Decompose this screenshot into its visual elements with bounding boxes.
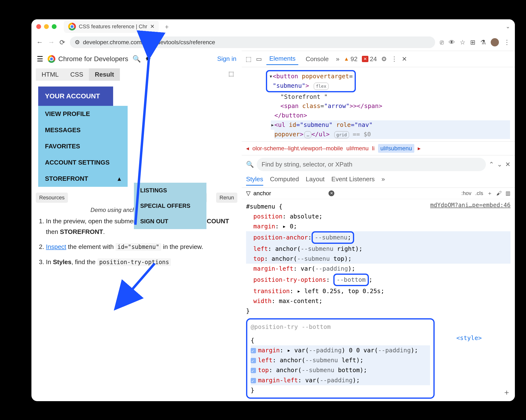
rerun-button[interactable]: Rerun (216, 193, 237, 203)
kebab-icon[interactable]: ⋮ (391, 55, 397, 63)
chevron-up-icon: ▴ (118, 175, 121, 182)
menu-list: VIEW PROFILE MESSAGES FAVORITES ACCOUNT … (38, 106, 128, 187)
tab-html[interactable]: HTML (36, 68, 65, 81)
site-header: ☰ Chrome for Developers 🔍 ✸ Sign in (31, 51, 242, 67)
tab-title: CSS features reference | Chr (79, 23, 147, 30)
dom-search-bar: 🔍 Find by string, selector, or XPath ⌃ ⌄… (242, 155, 515, 173)
warnings-badge[interactable]: ▲92 (344, 55, 357, 63)
labs-icon[interactable]: ⚗ (480, 39, 486, 46)
extensions-icon[interactable]: ⊞ (470, 39, 475, 46)
back-icon[interactable]: ← (36, 39, 43, 46)
elements-tab[interactable]: Elements (266, 53, 298, 65)
window-controls (36, 24, 57, 29)
minimize-window-icon[interactable] (44, 24, 49, 29)
chrome-icon (68, 23, 76, 30)
console-tab[interactable]: Console (303, 53, 331, 65)
more-tabs-icon[interactable]: » (381, 175, 385, 186)
breadcrumb-selected[interactable]: ul#submenu (378, 144, 415, 153)
tab-computed[interactable]: Computed (270, 175, 299, 186)
tab-layout[interactable]: Layout (306, 175, 325, 186)
paint-icon[interactable]: 🖌 (496, 190, 502, 197)
new-tab-button[interactable]: ＋ (164, 22, 170, 31)
tab-result[interactable]: Result (89, 68, 120, 81)
position-try-block[interactable]: @position-try --bottom <style> { margin:… (246, 318, 435, 399)
menu-item[interactable]: FAVORITES (38, 138, 128, 154)
search-input[interactable]: Find by string, selector, or XPath (257, 158, 486, 171)
prev-match-icon[interactable]: ⌃ (489, 161, 494, 168)
close-tab-icon[interactable]: ✕ (150, 23, 154, 30)
menu-item[interactable]: ACCOUNT SETTINGS (38, 154, 128, 171)
errors-badge[interactable]: ✕24 (362, 55, 377, 63)
highlighted-dom-node[interactable]: ▾<button popovertarget= "submenu"> flex (266, 70, 356, 92)
styles-filter-bar: ▽ ✕ :hov .cls ＋ 🖌 ▥ (242, 188, 515, 199)
grid-badge[interactable]: grid (334, 131, 349, 139)
profile-avatar[interactable] (491, 38, 499, 46)
theme-icon[interactable]: ✸ (145, 55, 151, 63)
styles-pane[interactable]: mdYdpOM?ani…pe=embed:46 #submenu { posit… (242, 199, 515, 401)
next-match-icon[interactable]: ⌄ (497, 161, 502, 168)
submenu-item[interactable]: SPECIAL OFFERS (134, 198, 206, 214)
tab-event-listeners[interactable]: Event Listeners (331, 175, 375, 186)
menu-icon[interactable]: ⋮ (504, 39, 510, 46)
site-settings-icon[interactable]: ⚙ (75, 39, 80, 46)
submenu-item[interactable]: SIGN OUT (134, 214, 206, 229)
settings-icon[interactable]: ⚙ (381, 55, 387, 63)
bottom-var-chip: --bottom (333, 274, 369, 286)
more-tabs-icon[interactable]: » (336, 55, 339, 63)
close-window-icon[interactable] (36, 24, 41, 29)
add-property-icon[interactable]: ＋ (503, 386, 511, 399)
forward-icon: → (48, 39, 55, 46)
browser-tab[interactable]: CSS features reference | Chr ✕ (64, 20, 159, 33)
close-devtools-icon[interactable]: ✕ (402, 55, 407, 63)
page-content: ☰ Chrome for Developers 🔍 ✸ Sign in HTML… (31, 51, 515, 401)
cls-toggle[interactable]: .cls (475, 190, 483, 197)
submenu-item[interactable]: LISTINGS (134, 183, 206, 198)
sign-in-link[interactable]: Sign in (217, 55, 237, 63)
checkbox-icon[interactable] (251, 368, 256, 373)
computed-toggle-icon[interactable]: ▥ (506, 190, 511, 197)
resources-button[interactable]: Resources (36, 193, 68, 203)
inspect-element-icon[interactable]: ⬚ (246, 55, 252, 63)
flex-badge[interactable]: flex (314, 83, 329, 90)
tab-styles[interactable]: Styles (246, 175, 263, 186)
inspect-link[interactable]: Inspect (46, 243, 66, 250)
menu-item-storefront[interactable]: STOREFRONT▴ (38, 171, 128, 187)
checkbox-icon[interactable] (251, 358, 256, 363)
site-brand[interactable]: Chrome for Developers (48, 55, 128, 63)
article-pane: ☰ Chrome for Developers 🔍 ✸ Sign in HTML… (31, 51, 242, 401)
bookmark-icon[interactable]: ☆ (460, 39, 465, 46)
reload-icon[interactable]: ⟳ (60, 39, 65, 46)
device-toolbar-icon[interactable]: ▭ (256, 55, 262, 63)
checkbox-icon[interactable] (251, 348, 256, 353)
clear-filter-icon[interactable]: ✕ (329, 190, 334, 196)
menu-item[interactable]: VIEW PROFILE (38, 106, 128, 122)
menu-header[interactable]: YOUR ACCOUNT (38, 87, 113, 106)
filter-input[interactable] (253, 190, 326, 197)
hamburger-icon[interactable]: ☰ (37, 55, 43, 63)
dom-tree[interactable]: ▾<button popovertarget= "submenu"> flex … (242, 67, 515, 141)
instruction-step: In Styles, find the position-try-options (46, 257, 234, 267)
devtools-tabs: ⬚ ▭ Elements Console » ▲92 ✕24 ⚙ ⋮ ✕ (242, 51, 515, 67)
tab-overflow-icon[interactable]: ⌄ (506, 23, 510, 30)
chrome-icon (48, 55, 55, 63)
incognito-icon[interactable]: 👁 (449, 39, 455, 46)
search-icon: 🔍 (246, 161, 254, 168)
address-bar[interactable]: ⚙ developer.chrome.com/docs/devtools/css… (70, 37, 435, 48)
new-rule-icon[interactable]: ＋ (487, 190, 492, 197)
tab-css[interactable]: CSS (65, 68, 89, 81)
close-search-icon[interactable]: ✕ (505, 161, 511, 168)
instruction-step: Inspect the element with id="submenu" in… (46, 241, 234, 252)
source-link[interactable]: mdYdpOM?ani…pe=embed:46 (430, 200, 511, 210)
style-source-link[interactable]: <style> (456, 333, 482, 343)
menu-item[interactable]: MESSAGES (38, 122, 128, 138)
breadcrumb-trail[interactable]: ◂ olor-scheme--light.viewport--mobile ul… (242, 141, 515, 155)
search-icon[interactable]: 🔍 (132, 55, 141, 63)
hov-toggle[interactable]: :hov (461, 190, 471, 197)
checkbox-icon[interactable] (251, 378, 256, 383)
demo-preview: YOUR ACCOUNT VIEW PROFILE MESSAGES FAVOR… (36, 84, 237, 190)
cast-icon[interactable]: ⎚ (440, 39, 444, 46)
filter-icon: ▽ (246, 190, 250, 197)
maximize-window-icon[interactable] (52, 24, 57, 29)
codepen-tabs: HTML CSS Result ⬚ (36, 68, 237, 81)
codepen-icon[interactable]: ⬚ (225, 68, 237, 81)
